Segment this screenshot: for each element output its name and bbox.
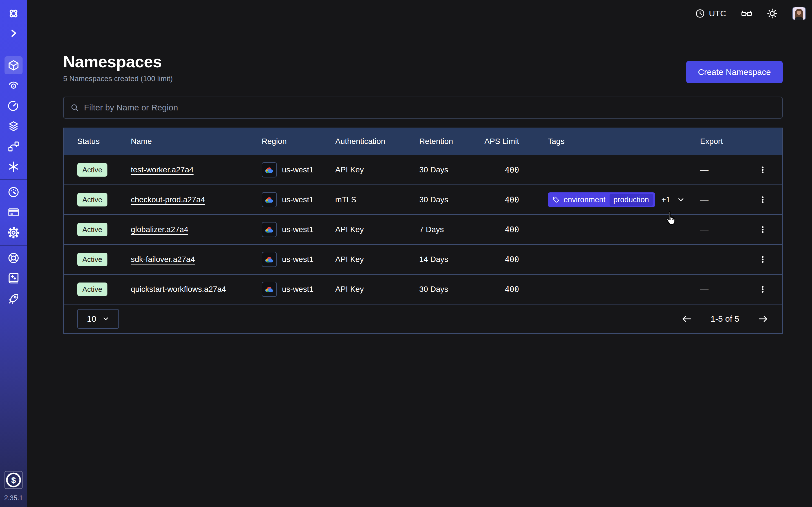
sidebar-item-namespaces[interactable] [4, 56, 22, 74]
gcp-cloud-icon [262, 222, 277, 237]
sidebar-item-deployments[interactable] [4, 117, 22, 135]
region-label: us-west1 [282, 255, 313, 264]
aps-limit-cell: 400 [484, 195, 519, 205]
timezone-label: UTC [709, 9, 726, 18]
sun-icon [767, 8, 777, 19]
table-row: Active test-worker.a27a4 us-west1 API Ke… [64, 155, 782, 184]
retention-cell: 30 Days [419, 285, 484, 294]
book-sparkle-icon [8, 272, 19, 284]
namespace-link[interactable]: quickstart-workflows.a27a4 [131, 285, 226, 293]
gcp-cloud-icon [262, 252, 277, 267]
name-cell: quickstart-workflows.a27a4 [131, 285, 262, 294]
status-badge: Active [77, 283, 107, 296]
sidebar-item-docs[interactable] [4, 269, 22, 287]
table-row: Active globalizer.a27a4 us-west1 API Key… [64, 214, 782, 244]
column-header-aps-limit: APS Limit [484, 137, 519, 146]
clock-icon [695, 9, 705, 18]
temporal-logo-icon[interactable] [4, 4, 22, 22]
status-badge: Active [77, 252, 107, 266]
prev-page-button[interactable] [681, 313, 693, 325]
row-actions-menu-button[interactable] [757, 194, 769, 206]
tags-cell: environment production +1 [519, 192, 700, 207]
namespace-link[interactable]: test-worker.a27a4 [131, 165, 194, 174]
dollar-badge-icon: $ [5, 471, 22, 489]
row-actions-menu-button[interactable] [757, 224, 769, 235]
credit-card-icon [8, 207, 19, 218]
tags-more-count: +1 [661, 195, 670, 204]
table-header-row: StatusNameRegionAuthenticationRetentionA… [64, 128, 782, 155]
tags-expand-chevron-icon[interactable] [677, 195, 685, 204]
retention-cell: 14 Days [419, 255, 484, 264]
timezone-selector[interactable]: UTC [695, 9, 726, 18]
chevron-down-icon [102, 315, 109, 323]
table-footer: 10 1-5 of 5 [64, 304, 782, 333]
retention-cell: 30 Days [419, 195, 484, 204]
kebab-icon [758, 285, 767, 293]
sidebar-item-batch-operations[interactable] [4, 137, 22, 156]
tag-icon [552, 196, 560, 203]
spiral-eye-icon [8, 80, 19, 92]
rocket-icon [8, 293, 19, 304]
region-cell: us-west1 [262, 192, 335, 207]
export-cell: — [700, 283, 769, 295]
region-label: us-west1 [282, 225, 313, 234]
column-header-authentication: Authentication [335, 137, 419, 146]
name-cell: checkout-prod.a27a4 [131, 195, 262, 204]
namespace-count-subtitle: 5 Namespaces created (100 limit) [63, 74, 173, 83]
column-header-export: Export [700, 137, 769, 146]
auth-cell: API Key [335, 165, 419, 174]
region-cell: us-west1 [262, 162, 335, 177]
region-label: us-west1 [282, 165, 313, 174]
credits-button[interactable]: $ [4, 471, 22, 489]
sidebar-item-billing[interactable] [4, 203, 22, 221]
export-cell: — [700, 253, 769, 265]
tag-badge[interactable]: environment production [548, 192, 655, 207]
column-header-region: Region [262, 137, 335, 146]
row-actions-menu-button[interactable] [757, 283, 769, 295]
status-cell: Active [77, 225, 131, 234]
next-page-button[interactable] [757, 313, 769, 325]
filter-input[interactable] [84, 103, 775, 112]
gauge-icon [8, 186, 19, 198]
namespace-link[interactable]: checkout-prod.a27a4 [131, 195, 205, 204]
sidebar-item-insights[interactable] [4, 76, 22, 95]
region-label: us-west1 [282, 285, 313, 294]
branch-icon [8, 140, 19, 152]
namespace-link[interactable]: sdk-failover.a27a4 [131, 255, 195, 264]
retention-cell: 30 Days [419, 165, 484, 174]
name-cell: test-worker.a27a4 [131, 165, 262, 174]
auth-cell: API Key [335, 285, 419, 294]
user-avatar[interactable] [792, 7, 806, 20]
sidebar-item-nexus[interactable] [4, 158, 22, 176]
sidebar-expand-button[interactable] [4, 24, 22, 42]
search-icon [70, 103, 79, 112]
export-cell: — [700, 194, 769, 206]
sidebar-item-usage[interactable] [4, 183, 22, 201]
labs-toggle-button[interactable] [741, 8, 752, 19]
topbar: UTC [27, 0, 812, 27]
sidebar-item-getting-started[interactable] [4, 290, 22, 307]
svg-text:$: $ [11, 475, 16, 485]
auth-cell: mTLS [335, 195, 419, 204]
create-namespace-button[interactable]: Create Namespace [686, 61, 783, 83]
row-actions-menu-button[interactable] [757, 164, 769, 176]
status-cell: Active [77, 165, 131, 174]
page-size-select[interactable]: 10 [77, 309, 119, 329]
theme-toggle-button[interactable] [767, 8, 777, 19]
asterisk-icon [8, 161, 19, 173]
namespaces-table: StatusNameRegionAuthenticationRetentionA… [63, 128, 783, 334]
aps-limit-cell: 400 [484, 165, 519, 175]
namespace-link[interactable]: globalizer.a27a4 [131, 225, 188, 234]
table-row: Active sdk-failover.a27a4 us-west1 API K… [64, 244, 782, 274]
sidebar-item-support[interactable] [4, 249, 22, 267]
status-cell: Active [77, 195, 131, 204]
row-actions-menu-button[interactable] [757, 253, 769, 265]
sidebar-item-settings[interactable] [4, 224, 22, 242]
export-value: — [700, 195, 709, 205]
region-cell: us-west1 [262, 222, 335, 237]
column-header-retention: Retention [419, 137, 484, 146]
status-badge: Active [77, 193, 107, 207]
region-cell: us-west1 [262, 252, 335, 267]
sidebar-item-schedules[interactable] [4, 97, 22, 115]
table-row: Active quickstart-workflows.a27a4 us-wes… [64, 274, 782, 304]
